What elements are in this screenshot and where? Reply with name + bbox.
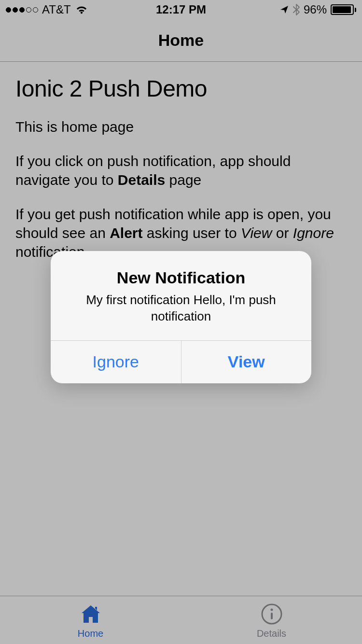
alert-view-button[interactable]: View: [181, 341, 312, 383]
alert-body: New Notification My first notification H…: [51, 251, 311, 340]
alert-title: New Notification: [65, 268, 297, 287]
alert-overlay: New Notification My first notification H…: [0, 0, 362, 644]
alert-buttons: Ignore View: [51, 340, 311, 383]
alert-ignore-button[interactable]: Ignore: [51, 341, 181, 383]
alert-message: My first notification Hello, I'm push no…: [65, 292, 297, 325]
alert-dialog: New Notification My first notification H…: [51, 251, 311, 383]
